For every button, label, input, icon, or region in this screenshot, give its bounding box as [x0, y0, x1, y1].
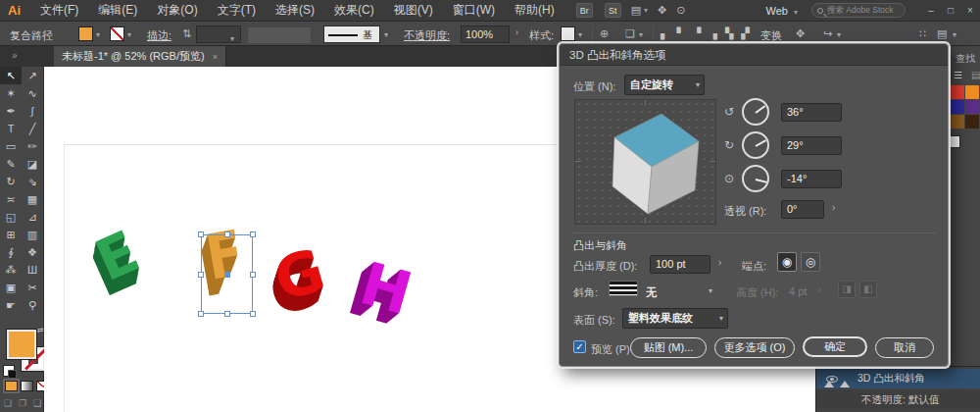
cancel-button[interactable]: 取消	[875, 337, 934, 358]
chevron-down-icon[interactable]: ▾	[837, 30, 841, 39]
perspective-grid-tool[interactable]: ⊿	[22, 208, 43, 226]
selection-handle[interactable]	[250, 272, 256, 278]
magic-wand-tool[interactable]: ✶	[0, 84, 22, 102]
fill-proxy[interactable]	[7, 330, 36, 359]
stroke-color-swatch[interactable]	[110, 26, 124, 41]
opacity-field[interactable]: 100%	[461, 26, 510, 43]
transform-icon[interactable]: ✥	[796, 27, 805, 40]
chevron-down-icon[interactable]: ▾	[953, 30, 956, 39]
align-icon[interactable]: ▖	[661, 27, 668, 40]
selection-handle[interactable]	[198, 232, 204, 237]
letter-E[interactable]: E	[88, 222, 147, 289]
fill-color-swatch[interactable]	[78, 26, 93, 41]
scale-tool[interactable]: ⇘	[22, 173, 43, 190]
chevron-down-icon[interactable]: ▾	[384, 30, 388, 39]
slice-tool[interactable]: ✂	[22, 279, 43, 296]
ok-button[interactable]: 确定	[803, 336, 867, 357]
selection-handle[interactable]	[250, 311, 256, 317]
align-icon[interactable]: ▘	[676, 27, 684, 40]
menu-item[interactable]: 文字(T)	[208, 3, 266, 17]
transform-label[interactable]: 变换	[760, 28, 782, 43]
list-view-icon[interactable]: ☰	[954, 70, 962, 80]
color-button[interactable]	[5, 381, 18, 391]
close-tab-icon[interactable]: ×	[213, 52, 218, 62]
eraser-tool[interactable]: ◪	[22, 155, 43, 173]
map-art-button[interactable]: 贴图 (M)...	[630, 337, 707, 358]
mesh-tool[interactable]: ⊞	[0, 226, 22, 243]
cap-off-button[interactable]: ◎	[801, 252, 820, 272]
rotation-track-cube[interactable]	[574, 99, 716, 225]
letter-G[interactable]: G	[269, 239, 331, 309]
selection-handle[interactable]	[250, 232, 256, 237]
restore-button[interactable]: □	[941, 5, 960, 16]
rectangle-tool[interactable]: ▭	[0, 137, 22, 155]
chevron-down-icon[interactable]: ▾	[644, 6, 648, 15]
menu-item[interactable]: 窗口(W)	[443, 3, 505, 17]
menu-item[interactable]: 效果(C)	[324, 3, 384, 17]
bridge-button[interactable]: Br	[576, 3, 593, 18]
align-icon[interactable]: ▚	[725, 27, 733, 40]
touch-workspace-icon[interactable]: ✥	[658, 4, 666, 17]
panel-cycle-icon[interactable]: ▤	[937, 27, 947, 40]
disclosure-triangle[interactable]	[824, 381, 834, 387]
position-select[interactable]: 自定旋转▾	[624, 75, 705, 95]
chevron-down-icon[interactable]: ▾	[127, 30, 131, 39]
document-icon[interactable]: ❏	[625, 27, 635, 40]
menu-item[interactable]: 对象(O)	[147, 3, 207, 17]
swatch[interactable]	[951, 100, 964, 114]
align-icon[interactable]: ▞	[741, 27, 749, 40]
variable-width-profile[interactable]: 基本	[323, 26, 380, 43]
column-graph-tool[interactable]: Ш	[22, 261, 43, 279]
brush-definition-select[interactable]	[247, 26, 312, 44]
swatch[interactable]	[965, 85, 979, 99]
selection-handle[interactable]	[224, 311, 230, 317]
menu-item[interactable]: 选择(S)	[266, 3, 324, 17]
symbol-sprayer-tool[interactable]: ⁂	[0, 261, 22, 279]
chevron-down-icon[interactable]: ▾	[639, 30, 643, 39]
cap-on-button[interactable]: ◉	[777, 252, 797, 272]
arrange-documents-icon[interactable]: ▤	[631, 4, 641, 17]
list-view-icon[interactable]: ▤	[971, 70, 980, 80]
gradient-button[interactable]	[21, 381, 33, 391]
preview-checkbox[interactable]: ✓	[573, 340, 586, 353]
dialog-title[interactable]: 3D 凸出和斜角选项	[560, 44, 948, 66]
opacity-label[interactable]: 不透明度:	[404, 28, 450, 43]
swatch[interactable]	[951, 85, 964, 99]
curvature-tool[interactable]: ∫	[22, 102, 43, 120]
chevron-down-icon[interactable]: ▾	[709, 286, 712, 295]
menu-item[interactable]: 视图(V)	[384, 3, 443, 17]
gradient-tool[interactable]: ▥	[22, 226, 43, 243]
shaper-tool[interactable]: ✎	[0, 155, 22, 173]
panel-tab-label[interactable]: 查找	[956, 52, 975, 66]
toolbar-collapse-icon[interactable]: »	[12, 50, 18, 61]
hand-tool[interactable]: ☛	[0, 296, 22, 314]
appearance-row-opacity[interactable]: 不透明度: 默认值	[816, 390, 980, 409]
minimize-button[interactable]: –	[921, 5, 941, 16]
rotate-tool[interactable]: ↻	[0, 173, 22, 190]
swatch-white[interactable]	[950, 135, 960, 148]
lasso-tool[interactable]: ∿	[22, 84, 43, 102]
search-input[interactable]: 搜索 Adobe Stock	[811, 3, 906, 18]
disclosure-triangle[interactable]	[840, 381, 850, 387]
cube-preview[interactable]	[575, 100, 717, 224]
line-tool[interactable]: ╱	[22, 120, 43, 137]
bevel-value[interactable]: 无	[646, 285, 657, 300]
paintbrush-tool[interactable]: ✏	[22, 137, 43, 155]
stroke-weight-select[interactable]: ▾	[196, 26, 241, 43]
graphic-style-swatch[interactable]	[561, 26, 575, 41]
z-rotation-dial[interactable]	[742, 165, 769, 192]
selection-handle[interactable]	[198, 272, 204, 278]
stroke-stepper[interactable]: ⇅	[182, 27, 191, 40]
align-icon[interactable]: ▝	[693, 27, 701, 40]
swatch[interactable]	[951, 115, 964, 129]
swap-fill-stroke-icon[interactable]: ⇄	[37, 326, 44, 335]
chevron-right-icon[interactable]: ›	[515, 27, 518, 37]
workspace-switcher[interactable]: Web ▾	[766, 5, 799, 17]
more-options-button[interactable]: 更多选项 (O)	[714, 337, 795, 358]
pen-tool[interactable]: ✒	[0, 102, 22, 120]
draw-inside-icon[interactable]: ❑	[33, 398, 41, 408]
document-setup-icon[interactable]: ⊕	[600, 27, 609, 40]
perspective-field[interactable]: 0°	[781, 200, 824, 219]
y-rotation-dial[interactable]	[742, 131, 769, 159]
draw-behind-icon[interactable]: ❐	[19, 398, 26, 408]
